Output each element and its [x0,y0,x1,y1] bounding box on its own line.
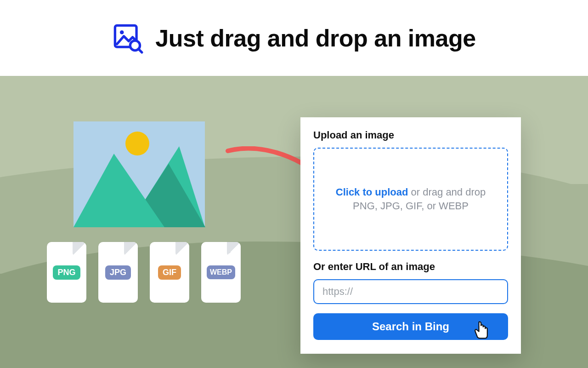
file-format-row: PNG JPG GIF WEBP [47,242,241,303]
mountain-icon [74,154,164,227]
file-card-png: PNG [47,242,86,303]
format-badge: PNG [53,265,80,280]
file-card-jpg: JPG [98,242,138,303]
fold-corner-icon [124,242,138,256]
search-in-bing-button[interactable]: Search in Bing [313,313,508,340]
image-url-input[interactable] [313,279,508,304]
upload-label: Upload an image [313,129,508,141]
fold-corner-icon [175,242,189,256]
dropzone-formats: PNG, JPG, GIF, or WEBP [353,200,469,212]
click-to-upload-link[interactable]: Click to upload [336,186,408,198]
svg-line-3 [139,49,142,52]
fold-corner-icon [227,242,241,256]
image-dropzone[interactable]: Click to upload or drag and drop PNG, JP… [313,148,508,251]
page-title: Just drag and drop an image [155,24,475,52]
pointer-cursor-icon [471,320,492,340]
file-card-webp: WEBP [201,242,241,303]
file-card-gif: GIF [150,242,189,303]
image-search-icon [112,23,143,54]
svg-point-1 [120,30,124,34]
sample-image-thumbnail[interactable] [74,121,205,227]
search-button-label: Search in Bing [372,320,449,333]
header: Just drag and drop an image [0,0,588,76]
url-label: Or enter URL of an image [313,261,508,273]
fold-corner-icon [73,242,86,256]
format-badge: GIF [158,265,181,280]
format-badge: WEBP [207,265,235,279]
dropzone-hint: Click to upload or drag and drop [336,186,486,198]
upload-panel: Upload an image Click to upload or drag … [300,117,521,354]
dropzone-suffix: or drag and drop [408,186,486,198]
format-badge: JPG [105,265,131,280]
